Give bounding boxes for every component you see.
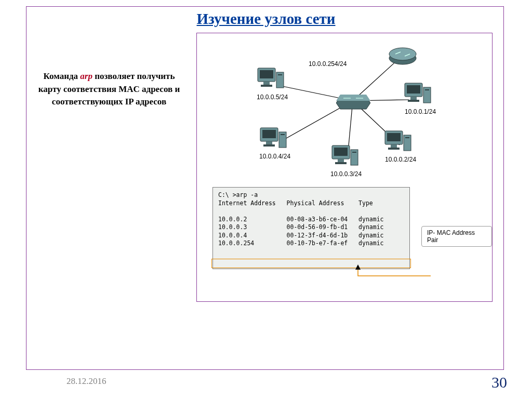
pc5-icon [257, 66, 287, 92]
footer-date: 28.12.2016 [66, 376, 107, 387]
svg-point-11 [389, 48, 416, 60]
svg-rect-37 [352, 152, 356, 153]
router-label: 10.0.0.254/24 [309, 60, 347, 68]
svg-rect-39 [262, 130, 276, 138]
svg-rect-33 [334, 148, 348, 156]
svg-rect-25 [425, 89, 429, 90]
router-icon [388, 45, 417, 65]
switch-icon [336, 91, 370, 112]
svg-rect-27 [387, 133, 401, 141]
r3-ip: 10.0.0.254 [218, 240, 254, 247]
pc3-label: 10.0.0.3/24 [330, 170, 362, 178]
th-ip: Internet Address [218, 200, 276, 207]
r1-ip: 10.0.0.3 [218, 223, 247, 231]
svg-rect-15 [260, 70, 273, 78]
desc-cmd: arp [80, 71, 92, 81]
svg-rect-19 [278, 74, 282, 75]
pc4-icon [259, 126, 289, 152]
svg-rect-22 [410, 97, 417, 100]
svg-rect-31 [405, 137, 409, 138]
page-title: Изучение узлов сети [0, 10, 532, 28]
r0-ip: 10.0.0.2 [218, 216, 247, 223]
svg-rect-17 [261, 85, 272, 87]
pc3-icon [331, 143, 361, 169]
arp-terminal: C:\ >arp -a Internet Address Physical Ad… [212, 187, 410, 269]
slide-number: 30 [491, 374, 507, 391]
svg-rect-23 [408, 100, 419, 102]
svg-rect-34 [338, 159, 344, 162]
description-text: Команда arp позволяет получить карту соо… [36, 70, 182, 109]
pc4-label: 10.0.0.4/24 [259, 153, 290, 160]
pc5-label: 10.0.0.5/24 [257, 94, 288, 101]
callout-label: IP- MAC Address Pair [421, 226, 492, 247]
svg-rect-16 [263, 82, 270, 85]
r0-mac: 00-08-a3-b6-ce-04 [287, 216, 348, 223]
term-cmd: C:\ >arp -a [218, 191, 258, 198]
svg-rect-21 [407, 85, 420, 94]
svg-rect-35 [335, 162, 347, 164]
svg-marker-7 [336, 95, 370, 101]
r3-mac: 00-10-7b-e7-fa-ef [287, 240, 348, 247]
svg-rect-28 [391, 144, 397, 148]
svg-rect-29 [388, 148, 400, 150]
r0-t: dynamic [358, 216, 383, 223]
svg-rect-41 [263, 144, 275, 147]
svg-rect-40 [266, 141, 272, 144]
th-mac: Physical Address [287, 200, 344, 207]
pc1-label: 10.0.0.1/24 [405, 108, 436, 115]
svg-rect-43 [281, 134, 285, 135]
r2-mac: 00-12-3f-d4-6d-1b [287, 232, 348, 239]
desc-pre: Команда [44, 71, 81, 81]
r2-ip: 10.0.0.4 [218, 232, 247, 239]
pc2-icon [384, 129, 414, 155]
r1-mac: 00-0d-56-09-fb-d1 [287, 223, 348, 231]
r3-t: dynamic [358, 240, 383, 247]
pc2-label: 10.0.0.2/24 [385, 156, 416, 163]
diagram-container: 10.0.0.254/24 10.0.0.5/24 10.0.0.1/24 [196, 33, 493, 302]
pc1-icon [404, 81, 434, 107]
network-topology: 10.0.0.254/24 10.0.0.5/24 10.0.0.1/24 [197, 33, 492, 189]
r1-t: dynamic [358, 223, 383, 231]
r2-t: dynamic [358, 232, 383, 239]
th-type: Type [358, 200, 373, 207]
